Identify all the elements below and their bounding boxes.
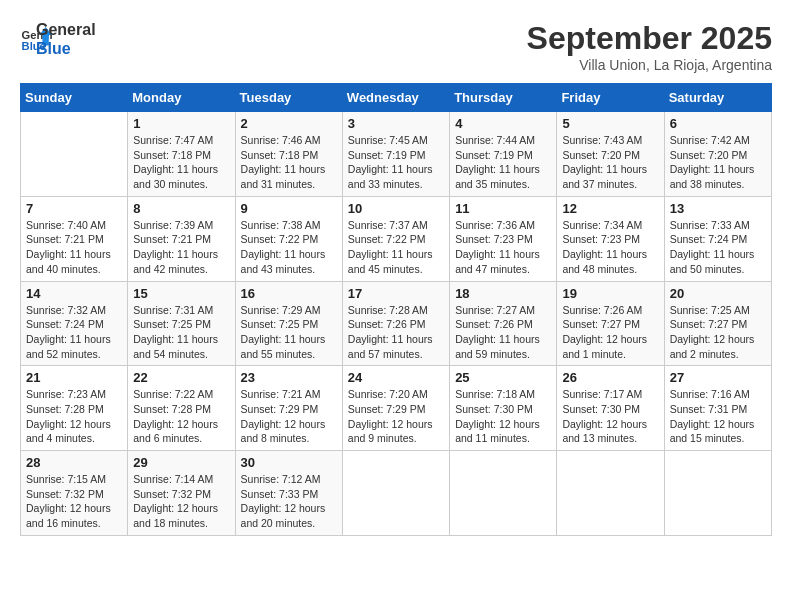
calendar-cell: 16Sunrise: 7:29 AMSunset: 7:25 PMDayligh… xyxy=(235,281,342,366)
day-number: 27 xyxy=(670,370,766,385)
calendar-cell: 23Sunrise: 7:21 AMSunset: 7:29 PMDayligh… xyxy=(235,366,342,451)
day-info: Sunrise: 7:40 AMSunset: 7:21 PMDaylight:… xyxy=(26,218,122,277)
weekday-header: Saturday xyxy=(664,84,771,112)
calendar-cell: 2Sunrise: 7:46 AMSunset: 7:18 PMDaylight… xyxy=(235,112,342,197)
day-number: 5 xyxy=(562,116,658,131)
day-info: Sunrise: 7:26 AMSunset: 7:27 PMDaylight:… xyxy=(562,303,658,362)
day-info: Sunrise: 7:36 AMSunset: 7:23 PMDaylight:… xyxy=(455,218,551,277)
calendar-cell: 19Sunrise: 7:26 AMSunset: 7:27 PMDayligh… xyxy=(557,281,664,366)
day-number: 12 xyxy=(562,201,658,216)
calendar-cell: 24Sunrise: 7:20 AMSunset: 7:29 PMDayligh… xyxy=(342,366,449,451)
day-number: 4 xyxy=(455,116,551,131)
day-number: 15 xyxy=(133,286,229,301)
day-info: Sunrise: 7:38 AMSunset: 7:22 PMDaylight:… xyxy=(241,218,337,277)
day-info: Sunrise: 7:42 AMSunset: 7:20 PMDaylight:… xyxy=(670,133,766,192)
day-number: 30 xyxy=(241,455,337,470)
day-number: 11 xyxy=(455,201,551,216)
calendar-cell: 5Sunrise: 7:43 AMSunset: 7:20 PMDaylight… xyxy=(557,112,664,197)
logo: General Blue General Blue xyxy=(20,20,96,58)
calendar-cell xyxy=(342,451,449,536)
calendar-cell: 9Sunrise: 7:38 AMSunset: 7:22 PMDaylight… xyxy=(235,196,342,281)
day-number: 3 xyxy=(348,116,444,131)
day-info: Sunrise: 7:25 AMSunset: 7:27 PMDaylight:… xyxy=(670,303,766,362)
calendar-cell: 7Sunrise: 7:40 AMSunset: 7:21 PMDaylight… xyxy=(21,196,128,281)
calendar-cell: 21Sunrise: 7:23 AMSunset: 7:28 PMDayligh… xyxy=(21,366,128,451)
weekday-header: Sunday xyxy=(21,84,128,112)
day-info: Sunrise: 7:32 AMSunset: 7:24 PMDaylight:… xyxy=(26,303,122,362)
day-info: Sunrise: 7:12 AMSunset: 7:33 PMDaylight:… xyxy=(241,472,337,531)
day-info: Sunrise: 7:31 AMSunset: 7:25 PMDaylight:… xyxy=(133,303,229,362)
calendar-cell: 27Sunrise: 7:16 AMSunset: 7:31 PMDayligh… xyxy=(664,366,771,451)
logo-text: General Blue xyxy=(36,20,96,58)
day-info: Sunrise: 7:16 AMSunset: 7:31 PMDaylight:… xyxy=(670,387,766,446)
calendar-cell: 15Sunrise: 7:31 AMSunset: 7:25 PMDayligh… xyxy=(128,281,235,366)
calendar-cell xyxy=(21,112,128,197)
weekday-header: Wednesday xyxy=(342,84,449,112)
day-number: 13 xyxy=(670,201,766,216)
day-info: Sunrise: 7:28 AMSunset: 7:26 PMDaylight:… xyxy=(348,303,444,362)
day-number: 1 xyxy=(133,116,229,131)
location-subtitle: Villa Union, La Rioja, Argentina xyxy=(527,57,772,73)
day-info: Sunrise: 7:34 AMSunset: 7:23 PMDaylight:… xyxy=(562,218,658,277)
weekday-header: Thursday xyxy=(450,84,557,112)
day-number: 6 xyxy=(670,116,766,131)
day-info: Sunrise: 7:27 AMSunset: 7:26 PMDaylight:… xyxy=(455,303,551,362)
calendar-cell: 11Sunrise: 7:36 AMSunset: 7:23 PMDayligh… xyxy=(450,196,557,281)
calendar-cell: 29Sunrise: 7:14 AMSunset: 7:32 PMDayligh… xyxy=(128,451,235,536)
calendar-cell xyxy=(664,451,771,536)
title-block: September 2025 Villa Union, La Rioja, Ar… xyxy=(527,20,772,73)
calendar-cell: 17Sunrise: 7:28 AMSunset: 7:26 PMDayligh… xyxy=(342,281,449,366)
calendar-cell: 18Sunrise: 7:27 AMSunset: 7:26 PMDayligh… xyxy=(450,281,557,366)
day-number: 18 xyxy=(455,286,551,301)
day-number: 9 xyxy=(241,201,337,216)
calendar-week-row: 1Sunrise: 7:47 AMSunset: 7:18 PMDaylight… xyxy=(21,112,772,197)
day-number: 14 xyxy=(26,286,122,301)
calendar-table: SundayMondayTuesdayWednesdayThursdayFrid… xyxy=(20,83,772,536)
day-info: Sunrise: 7:33 AMSunset: 7:24 PMDaylight:… xyxy=(670,218,766,277)
day-info: Sunrise: 7:17 AMSunset: 7:30 PMDaylight:… xyxy=(562,387,658,446)
day-info: Sunrise: 7:15 AMSunset: 7:32 PMDaylight:… xyxy=(26,472,122,531)
day-number: 25 xyxy=(455,370,551,385)
day-info: Sunrise: 7:46 AMSunset: 7:18 PMDaylight:… xyxy=(241,133,337,192)
calendar-cell: 25Sunrise: 7:18 AMSunset: 7:30 PMDayligh… xyxy=(450,366,557,451)
day-number: 24 xyxy=(348,370,444,385)
calendar-cell: 6Sunrise: 7:42 AMSunset: 7:20 PMDaylight… xyxy=(664,112,771,197)
calendar-cell: 26Sunrise: 7:17 AMSunset: 7:30 PMDayligh… xyxy=(557,366,664,451)
weekday-header: Monday xyxy=(128,84,235,112)
day-info: Sunrise: 7:14 AMSunset: 7:32 PMDaylight:… xyxy=(133,472,229,531)
calendar-cell: 3Sunrise: 7:45 AMSunset: 7:19 PMDaylight… xyxy=(342,112,449,197)
day-number: 20 xyxy=(670,286,766,301)
day-info: Sunrise: 7:37 AMSunset: 7:22 PMDaylight:… xyxy=(348,218,444,277)
day-number: 22 xyxy=(133,370,229,385)
day-number: 17 xyxy=(348,286,444,301)
calendar-cell: 22Sunrise: 7:22 AMSunset: 7:28 PMDayligh… xyxy=(128,366,235,451)
day-info: Sunrise: 7:20 AMSunset: 7:29 PMDaylight:… xyxy=(348,387,444,446)
day-info: Sunrise: 7:23 AMSunset: 7:28 PMDaylight:… xyxy=(26,387,122,446)
day-number: 7 xyxy=(26,201,122,216)
day-info: Sunrise: 7:45 AMSunset: 7:19 PMDaylight:… xyxy=(348,133,444,192)
calendar-cell xyxy=(450,451,557,536)
day-number: 23 xyxy=(241,370,337,385)
calendar-cell: 12Sunrise: 7:34 AMSunset: 7:23 PMDayligh… xyxy=(557,196,664,281)
calendar-cell: 4Sunrise: 7:44 AMSunset: 7:19 PMDaylight… xyxy=(450,112,557,197)
day-number: 19 xyxy=(562,286,658,301)
day-info: Sunrise: 7:47 AMSunset: 7:18 PMDaylight:… xyxy=(133,133,229,192)
calendar-cell: 30Sunrise: 7:12 AMSunset: 7:33 PMDayligh… xyxy=(235,451,342,536)
calendar-cell: 20Sunrise: 7:25 AMSunset: 7:27 PMDayligh… xyxy=(664,281,771,366)
day-info: Sunrise: 7:18 AMSunset: 7:30 PMDaylight:… xyxy=(455,387,551,446)
weekday-header: Friday xyxy=(557,84,664,112)
day-number: 28 xyxy=(26,455,122,470)
calendar-week-row: 7Sunrise: 7:40 AMSunset: 7:21 PMDaylight… xyxy=(21,196,772,281)
day-info: Sunrise: 7:21 AMSunset: 7:29 PMDaylight:… xyxy=(241,387,337,446)
day-number: 16 xyxy=(241,286,337,301)
calendar-cell xyxy=(557,451,664,536)
day-info: Sunrise: 7:22 AMSunset: 7:28 PMDaylight:… xyxy=(133,387,229,446)
weekday-header-row: SundayMondayTuesdayWednesdayThursdayFrid… xyxy=(21,84,772,112)
day-number: 29 xyxy=(133,455,229,470)
day-number: 21 xyxy=(26,370,122,385)
day-info: Sunrise: 7:29 AMSunset: 7:25 PMDaylight:… xyxy=(241,303,337,362)
calendar-cell: 1Sunrise: 7:47 AMSunset: 7:18 PMDaylight… xyxy=(128,112,235,197)
calendar-week-row: 21Sunrise: 7:23 AMSunset: 7:28 PMDayligh… xyxy=(21,366,772,451)
calendar-cell: 28Sunrise: 7:15 AMSunset: 7:32 PMDayligh… xyxy=(21,451,128,536)
day-number: 10 xyxy=(348,201,444,216)
